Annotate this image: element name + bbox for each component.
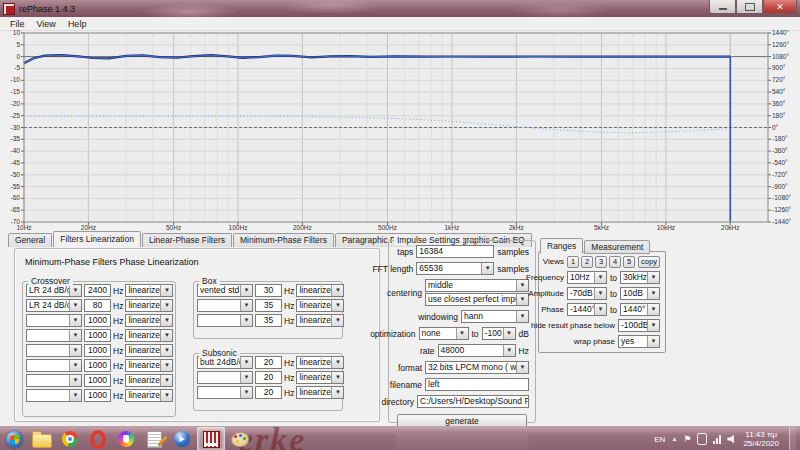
mode-select[interactable]: linearize▼ [296,386,344,399]
tab-minimum-phase-filters[interactable]: Minimum-Phase Filters [233,233,334,247]
filter-type-select[interactable]: ▼ [26,314,82,327]
frequency-input[interactable]: 30 [255,284,282,297]
frequency-input[interactable]: 1000 [84,359,111,372]
frequency-input[interactable]: 20 [255,386,282,399]
taps-input[interactable]: 16384 [416,245,494,258]
mode-select[interactable]: linearize▼ [125,329,173,342]
taskbar-opera-icon[interactable] [85,428,111,450]
svg-text:720°: 720° [772,76,786,83]
power-plug-icon[interactable] [697,433,707,445]
mode-select[interactable]: linearize▼ [296,371,344,384]
taskbar-start-icon[interactable] [1,428,27,450]
mode-select[interactable]: linearize▼ [296,299,344,312]
filter-type-select[interactable]: ▼ [26,329,82,342]
frequency-from-select[interactable]: 10Hz▼ [567,271,607,284]
mode-select[interactable]: linearize▼ [125,299,173,312]
taskbar-paint-icon[interactable] [227,428,253,450]
fft-length-select[interactable]: 65536▼ [416,262,494,275]
language-indicator[interactable]: EN [654,435,665,444]
optimization-level-select[interactable]: -100▼ [482,327,516,340]
mode-select[interactable]: linearize▼ [125,389,173,402]
mode-select[interactable]: linearize▼ [125,284,173,297]
centering-select[interactable]: middle▼ [425,279,529,292]
show-desktop-button[interactable] [789,427,796,450]
tab-linear-phase-filters[interactable]: Linear-Phase Filters [142,233,232,247]
view-button-5[interactable]: 5 [623,256,635,268]
hidden-icons-chevron-icon[interactable]: ▲ [671,436,677,442]
copy-button[interactable]: copy [638,256,660,268]
view-button-4[interactable]: 4 [609,256,621,268]
mode-select[interactable]: linearize▼ [296,314,344,327]
amplitude-from-select[interactable]: -70dB▼ [567,287,607,300]
minimize-button[interactable] [709,0,736,14]
wrap-phase-select[interactable]: yes▼ [618,335,660,348]
action-center-flag-icon[interactable]: ⚑ [683,434,691,444]
frequency-input[interactable]: 35 [255,314,282,327]
mode-select[interactable]: linearize▼ [125,359,173,372]
svg-text:360°: 360° [772,100,786,107]
frequency-input[interactable]: 1000 [84,389,111,402]
taskbar-security-shield-icon[interactable] [113,428,139,450]
amplitude-to-select[interactable]: 10dB▼ [620,287,660,300]
frequency-input[interactable]: 2400 [84,284,111,297]
tab-measurement[interactable]: Measurement [584,240,650,254]
chevron-down-icon: ▼ [160,315,172,326]
menu-help[interactable]: Help [62,19,93,29]
maximize-button[interactable] [736,0,763,14]
mode-select[interactable]: linearize▼ [125,374,173,387]
view-button-2[interactable]: 2 [581,256,593,268]
clock[interactable]: 11:43 πμ 25/4/2020 [743,430,779,448]
filter-type-select[interactable]: ▼ [197,314,253,327]
menu-view[interactable]: View [31,19,62,29]
taskbar-windows-explorer-icon[interactable] [29,428,55,450]
chevron-down-icon: ▼ [594,272,606,283]
frequency-to-select[interactable]: 30kHz▼ [620,271,660,284]
frequency-input[interactable]: 1000 [84,329,111,342]
filter-type-select[interactable]: ▼ [26,374,82,387]
taskbar-rephase-icon[interactable] [197,427,225,450]
taskbar-chrome-icon[interactable] [57,428,83,450]
filter-type-select[interactable]: ▼ [26,359,82,372]
filename-input[interactable]: left [425,378,529,391]
mode-select[interactable]: linearize▼ [296,284,344,297]
taskbar-media-player-classic-icon[interactable] [169,428,195,450]
filter-type-select[interactable]: ▼ [26,389,82,402]
view-button-1[interactable]: 1 [567,256,579,268]
filter-type-select[interactable]: ▼ [197,371,253,384]
windowing-select[interactable]: hann▼ [461,310,529,323]
close-button[interactable]: ✕ [763,0,797,14]
phase-to-select[interactable]: 1440°▼ [620,303,660,316]
phase-from-select[interactable]: -1440°▼ [567,303,607,316]
tab-general[interactable]: General [8,233,52,247]
title-bar[interactable]: rePhase 1.4.3 ✕ [0,0,800,17]
frequency-input[interactable]: 1000 [84,344,111,357]
volume-icon[interactable] [727,435,737,444]
mode-select[interactable]: linearize▼ [125,344,173,357]
mode-select[interactable]: linearize▼ [125,314,173,327]
directory-input[interactable]: C:/Users/H/Desktop/Sound Files [417,395,529,408]
tab-filters-linearization[interactable]: Filters Linearization [53,231,141,247]
filter-type-value: butt 24dB/oct appr [198,357,240,368]
frequency-input[interactable]: 1000 [84,374,111,387]
hide-result-phase-select[interactable]: -100dB▼ [618,319,660,332]
hz-unit-label: Hz [113,361,123,371]
network-icon[interactable] [713,435,721,444]
filter-type-select[interactable]: LR 24 dB/oct▼ [26,299,82,312]
taskbar-notepad-icon[interactable] [141,428,167,450]
optimization-select[interactable]: none▼ [419,327,469,340]
filter-type-select[interactable]: ▼ [197,299,253,312]
frequency-input[interactable]: 20 [255,356,282,369]
mode-select[interactable]: linearize▼ [296,356,344,369]
centering-mode-select[interactable]: use closest perfect impulse▼ [425,293,529,306]
frequency-input[interactable]: 20 [255,371,282,384]
filter-type-select[interactable]: ▼ [197,386,253,399]
menu-file[interactable]: File [4,19,31,29]
rate-select[interactable]: 48000▼ [438,344,516,357]
frequency-input[interactable]: 35 [255,299,282,312]
tab-ranges[interactable]: Ranges [540,238,583,254]
frequency-input[interactable]: 1000 [84,314,111,327]
view-button-3[interactable]: 3 [595,256,607,268]
frequency-input[interactable]: 80 [84,299,111,312]
format-select[interactable]: 32 bits LPCM mono ( wav)▼ [425,361,529,374]
filter-type-select[interactable]: ▼ [26,344,82,357]
